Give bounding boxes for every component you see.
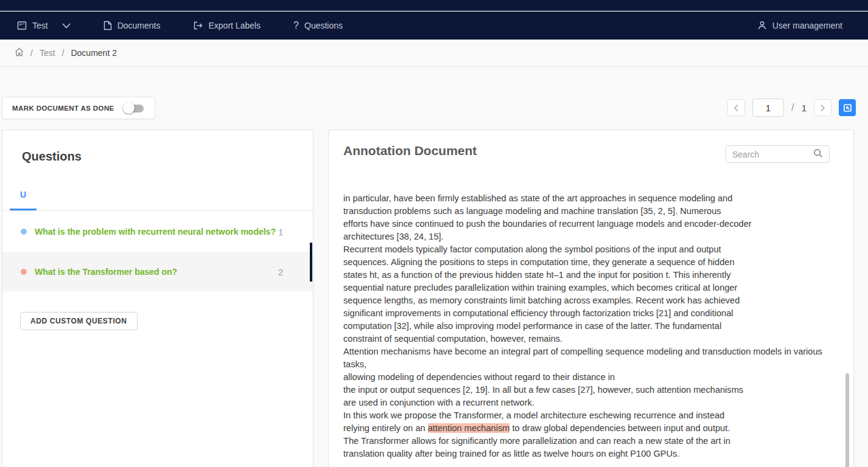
questions-panel: Questions U What is the problem with rec…: [2, 130, 313, 467]
breadcrumb: / Test / Document 2: [0, 40, 868, 67]
breadcrumb-project[interactable]: Test: [40, 48, 55, 58]
mark-done-card: MARK DOCUMENT AS DONE: [2, 97, 155, 119]
mark-done-toggle[interactable]: [123, 102, 145, 114]
page-total: 1: [802, 103, 807, 113]
document-scrollbar-thumb[interactable]: [845, 373, 849, 467]
questions-scrollbar-thumb[interactable]: [310, 243, 312, 282]
user-management-label: User management: [772, 21, 842, 30]
previous-page-button[interactable]: [727, 99, 745, 116]
nav-item-user-management[interactable]: User management: [757, 21, 842, 30]
search-input[interactable]: [732, 150, 808, 159]
top-navbar: Test Documents Export: [0, 12, 868, 40]
nav-item-label: Questions: [304, 21, 343, 30]
toggle-thumb: [123, 102, 135, 114]
document-text-before: in particular, have been firmly establis…: [343, 193, 822, 433]
mark-done-label: MARK DOCUMENT AS DONE: [12, 105, 114, 112]
annotation-header: Annotation Document: [329, 130, 853, 173]
project-label: Test: [32, 21, 48, 30]
annotation-title: Annotation Document: [343, 144, 477, 158]
breadcrumb-separator: /: [62, 48, 65, 58]
navbar-left: Test Documents Export: [17, 20, 343, 31]
question-color-dot: [21, 229, 27, 235]
document-text[interactable]: in particular, have been firmly establis…: [343, 192, 836, 460]
nav-item-export-labels[interactable]: Export Labels: [194, 21, 261, 30]
questions-panel-title: Questions: [2, 130, 313, 164]
page-controls: / 1: [727, 99, 856, 116]
highlighted-annotation[interactable]: attention mechanism: [428, 423, 510, 433]
search-box: [726, 145, 830, 163]
questions-tabs: U: [2, 179, 313, 211]
next-page-button[interactable]: [814, 99, 831, 116]
question-text: What is the Transformer based on?: [35, 266, 278, 278]
question-list-item-selected[interactable]: What is the Transformer based on? 2: [2, 252, 313, 291]
home-icon[interactable]: [15, 47, 24, 58]
annotation-panel: Annotation Document in particular, have …: [328, 130, 854, 467]
nav-item-label: Documents: [117, 21, 161, 30]
question-list-item[interactable]: What is the problem with recurrent neura…: [2, 211, 313, 252]
app-screen: Test Documents Export: [0, 0, 868, 467]
question-color-dot: [21, 269, 27, 275]
project-board-icon: [17, 21, 27, 30]
add-custom-question-button[interactable]: ADD CUSTOM QUESTION: [20, 312, 138, 330]
selection-tool-button[interactable]: [839, 99, 856, 116]
question-number: 2: [278, 267, 283, 277]
question-number: 1: [278, 227, 283, 237]
nav-item-label: Export Labels: [209, 21, 261, 30]
tab-u[interactable]: U: [10, 179, 37, 210]
search-icon[interactable]: [813, 148, 823, 161]
nav-item-questions[interactable]: ? Questions: [293, 20, 343, 31]
export-icon: [194, 21, 203, 30]
project-switcher[interactable]: Test: [17, 21, 71, 30]
tab-active-indicator: [10, 209, 37, 210]
page-number-input[interactable]: [752, 99, 784, 117]
question-mark-icon: ?: [293, 20, 299, 31]
nav-item-documents[interactable]: Documents: [103, 21, 161, 30]
question-text: What is the problem with recurrent neura…: [35, 226, 278, 238]
breadcrumb-current: Document 2: [71, 48, 116, 58]
chevron-down-icon[interactable]: [62, 23, 71, 29]
document-icon: [103, 21, 112, 30]
breadcrumb-separator: /: [30, 48, 33, 58]
page-separator: /: [791, 102, 794, 114]
user-icon: [757, 21, 767, 30]
top-strip: [0, 0, 868, 11]
